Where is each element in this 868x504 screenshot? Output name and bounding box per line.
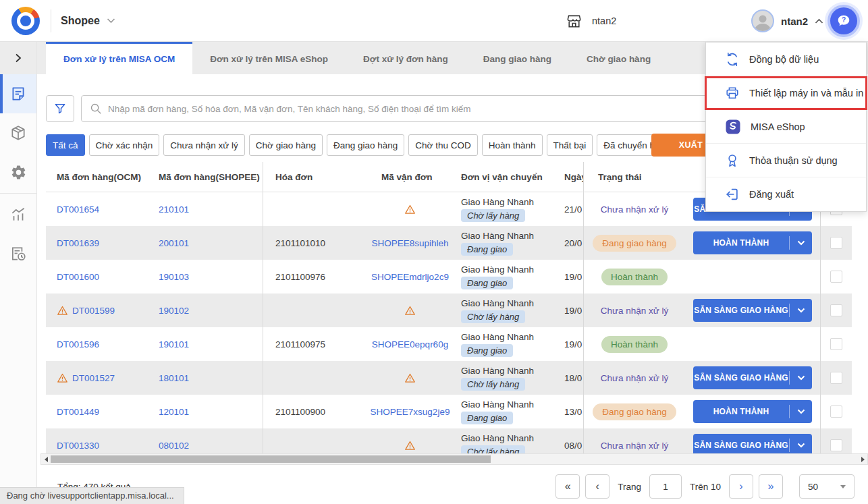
order-shopee-link[interactable]: 190102 xyxy=(159,306,189,316)
order-ocm-link[interactable]: DT001639 xyxy=(57,238,99,248)
row-checkbox[interactable] xyxy=(830,237,842,249)
tracking-link[interactable]: SHOPEEmdrljo2c9 xyxy=(371,272,449,282)
cell-ocm-code: DT001600 xyxy=(46,272,155,282)
order-ocm-link[interactable]: DT001449 xyxy=(57,407,99,417)
gear-icon xyxy=(10,164,27,181)
order-shopee-link[interactable]: 120101 xyxy=(159,407,189,417)
filter-chip-tat-ca[interactable]: Tất cả xyxy=(46,134,85,156)
menu-item-dang-xuat[interactable]: Đăng xuất xyxy=(706,177,866,211)
previous-page-button[interactable]: ‹ xyxy=(585,474,609,499)
order-ocm-link[interactable]: DT001599 xyxy=(72,306,115,316)
chevron-down-icon[interactable] xyxy=(789,439,812,452)
order-shopee-link[interactable]: 190103 xyxy=(159,272,189,282)
scroll-left-arrow-icon[interactable] xyxy=(41,454,51,464)
cell-ocm-code: DT001654 xyxy=(46,204,155,215)
order-ocm-link[interactable]: DT001330 xyxy=(57,441,99,451)
order-status-badge: Đang giao hàng xyxy=(593,403,676,420)
column-header-ma-van-don: Mã vận đơn xyxy=(368,172,452,182)
tab-dot-xu-ly-don-hang[interactable]: Đợt xử lý đơn hàng xyxy=(346,42,466,74)
tab-dang-giao-hang[interactable]: Đang giao hàng xyxy=(466,42,569,74)
cell-ocm-code: DT001639 xyxy=(46,238,155,248)
sidebar-item-products[interactable] xyxy=(0,113,36,152)
row-checkbox[interactable] xyxy=(830,405,842,418)
tab-don-xu-ly-misa-eshop[interactable]: Đơn xử lý trên MISA eShop xyxy=(192,42,346,74)
cell-tracking xyxy=(368,204,452,215)
chevron-down-icon[interactable] xyxy=(789,236,812,250)
filter-chip-chua-nhan-xu-ly[interactable]: Chưa nhận xử lý xyxy=(163,134,245,156)
row-action-button[interactable]: SẴN SÀNG GIAO HÀNG xyxy=(693,366,812,389)
warning-icon xyxy=(57,305,68,316)
workspace-name: Shopee xyxy=(61,15,100,27)
cell-tracking: SHOPEE7xsug2je9 xyxy=(368,407,452,417)
order-ocm-link[interactable]: DT001600 xyxy=(57,272,99,282)
menu-item-dong-bo-du-lieu[interactable]: Đồng bộ dữ liệu xyxy=(706,43,866,76)
sidebar-item-history[interactable] xyxy=(0,234,36,273)
tab-cho-giao-hang[interactable]: Chờ giao hàng xyxy=(569,42,668,74)
order-shopee-link[interactable]: 080102 xyxy=(159,441,189,451)
order-shopee-link[interactable]: 190101 xyxy=(159,339,189,349)
scrollbar-thumb[interactable] xyxy=(51,455,491,463)
page-number-input[interactable] xyxy=(649,474,682,499)
sidebar-item-orders[interactable] xyxy=(0,74,36,113)
chevron-down-icon[interactable] xyxy=(789,371,812,385)
row-checkbox[interactable] xyxy=(830,304,842,316)
order-shopee-link[interactable]: 200101 xyxy=(159,238,189,248)
support-chat-button[interactable]: ? xyxy=(830,7,857,34)
order-ocm-link[interactable]: DT001654 xyxy=(57,204,99,215)
menu-item-thoa-thuan-su-dung[interactable]: Thỏa thuận sử dụng xyxy=(706,144,866,177)
row-action-button[interactable]: SẴN SÀNG GIAO HÀNG xyxy=(693,299,812,322)
order-shopee-link[interactable]: 210101 xyxy=(159,204,189,215)
filter-chip-that-bai[interactable]: Thất bại xyxy=(547,134,593,156)
scroll-right-arrow-icon[interactable] xyxy=(858,454,867,464)
row-checkbox[interactable] xyxy=(830,439,842,451)
sidebar-expand-button[interactable] xyxy=(0,42,36,74)
filter-button[interactable] xyxy=(46,95,74,122)
workspace-switcher[interactable]: Shopee xyxy=(61,15,115,27)
order-ocm-link[interactable]: DT001527 xyxy=(72,373,115,383)
cell-shopee-code: 190101 xyxy=(155,327,263,361)
app-logo xyxy=(0,7,51,35)
filter-chip-cho-xac-nhan[interactable]: Chờ xác nhận xyxy=(89,134,160,156)
sidebar-item-settings[interactable] xyxy=(0,152,36,192)
tracking-link[interactable]: SHOPEE8supihleh xyxy=(371,238,448,248)
topbar: Shopee ntan2 ntan2 ? xyxy=(0,0,868,42)
cell-shopee-code: 180101 xyxy=(155,361,263,395)
order-ocm-link[interactable]: DT001596 xyxy=(57,339,99,349)
first-page-button[interactable]: « xyxy=(555,474,580,499)
package-cube-icon xyxy=(9,124,27,142)
last-page-button[interactable]: » xyxy=(759,474,783,499)
cell-action: HOÀN THÀNH xyxy=(685,400,820,423)
filter-chip-hoan-thanh[interactable]: Hoàn thành xyxy=(482,134,543,156)
cell-date: 08/0 xyxy=(560,441,583,451)
order-status-badge: Chưa nhận xử lý xyxy=(601,204,669,215)
row-checkbox[interactable] xyxy=(830,338,842,350)
cell-tracking: SHOPEE8supihleh xyxy=(368,238,452,248)
filter-chip-cho-thu-cod[interactable]: Chờ thu COD xyxy=(408,134,477,156)
tracking-link[interactable]: SHOPEE7xsug2je9 xyxy=(371,407,450,417)
tracking-link[interactable]: SHOPEE0epqr60g xyxy=(372,339,448,349)
user-menu-trigger[interactable]: ntan2 xyxy=(751,0,823,42)
row-checkbox[interactable] xyxy=(830,372,842,384)
horizontal-scrollbar[interactable] xyxy=(40,453,868,465)
sidebar-item-reports[interactable] xyxy=(0,195,36,234)
chevron-down-icon[interactable] xyxy=(789,304,812,317)
row-checkbox[interactable] xyxy=(830,271,842,283)
chevron-up-icon xyxy=(815,18,823,24)
row-action-button[interactable]: HOÀN THÀNH xyxy=(693,400,812,423)
menu-item-thiet-lap-may-in[interactable]: Thiết lập máy in và mẫu in xyxy=(705,76,867,110)
menu-item-misa-eshop[interactable]: MISA eShop xyxy=(706,110,866,144)
row-action-button[interactable]: HOÀN THÀNH xyxy=(693,231,812,254)
next-page-button[interactable]: › xyxy=(729,474,753,499)
eshop-app-icon xyxy=(725,119,741,135)
cell-ocm-code: DT001449 xyxy=(46,407,155,417)
filter-chip-cho-giao-hang[interactable]: Chờ giao hàng xyxy=(249,134,323,156)
filter-chip-dang-giao-hang[interactable]: Đang giao hàng xyxy=(327,134,404,156)
chevron-down-icon[interactable] xyxy=(789,405,812,418)
page-count-label: Trên 10 xyxy=(690,482,721,492)
row-action-button[interactable]: SẴN SÀNG GIAO HÀNG xyxy=(693,434,812,453)
cell-invoice: 2101100900 xyxy=(263,407,368,417)
tab-don-xu-ly-misa-ocm[interactable]: Đơn xử lý trên MISA OCM xyxy=(46,42,192,74)
order-shopee-link[interactable]: 180101 xyxy=(159,373,189,383)
store-info: ntan2 xyxy=(566,0,616,42)
page-size-select[interactable]: 50 xyxy=(799,474,855,499)
